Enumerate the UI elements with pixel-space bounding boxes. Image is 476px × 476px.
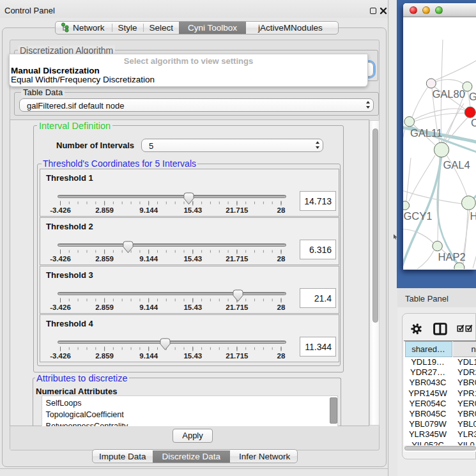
svg-text:GCY1: GCY1 <box>404 210 433 222</box>
svg-text:GA: GA <box>469 91 476 102</box>
svg-text:GAL80: GAL80 <box>433 88 465 100</box>
svg-text:C: C <box>471 117 476 128</box>
svg-text:GAL4: GAL4 <box>443 159 470 171</box>
svg-text:HAP2: HAP2 <box>438 251 466 263</box>
svg-text:H: H <box>470 210 476 222</box>
svg-text:GAL11: GAL11 <box>410 127 442 139</box>
